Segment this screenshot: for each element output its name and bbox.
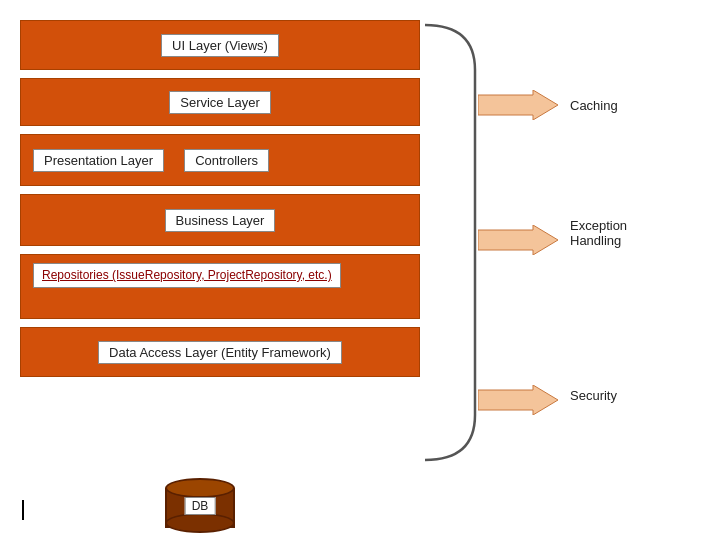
business-layer-label: Business Layer — [165, 209, 276, 232]
cursor-line — [22, 500, 24, 520]
db-container: DB — [165, 478, 235, 533]
layer-presentation: Presentation Layer Controllers — [20, 134, 420, 186]
layers-stack: UI Layer (Views) Service Layer Presentat… — [20, 20, 420, 385]
repositories-label: Repositories (IssueRepository, ProjectRe… — [33, 263, 341, 288]
security-label: Security — [570, 388, 617, 403]
db-label: DB — [185, 497, 216, 515]
svg-marker-1 — [478, 225, 558, 255]
layer-ui: UI Layer (Views) — [20, 20, 420, 70]
db-cylinder: DB — [165, 478, 235, 533]
presentation-layer-label: Presentation Layer — [33, 149, 164, 172]
layer-data-access: Data Access Layer (Entity Framework) — [20, 327, 420, 377]
exception-handling-label: Exception Handling — [570, 218, 627, 248]
diagram-container: UI Layer (Views) Service Layer Presentat… — [10, 10, 700, 540]
db-bottom-ellipse — [165, 513, 235, 533]
svg-marker-2 — [478, 385, 558, 415]
service-layer-label: Service Layer — [169, 91, 270, 114]
svg-marker-0 — [478, 90, 558, 120]
ui-layer-label: UI Layer (Views) — [161, 34, 279, 57]
caching-label: Caching — [570, 98, 618, 113]
controllers-label: Controllers — [184, 149, 269, 172]
layer-business: Business Layer — [20, 194, 420, 246]
arrow-caching — [478, 90, 558, 123]
layer-repositories: Repositories (IssueRepository, ProjectRe… — [20, 254, 420, 319]
db-top-ellipse — [165, 478, 235, 498]
data-access-label: Data Access Layer (Entity Framework) — [98, 341, 342, 364]
arrow-exception — [478, 225, 558, 258]
bracket-svg — [420, 20, 480, 465]
arrow-security — [478, 385, 558, 418]
layer-service: Service Layer — [20, 78, 420, 126]
